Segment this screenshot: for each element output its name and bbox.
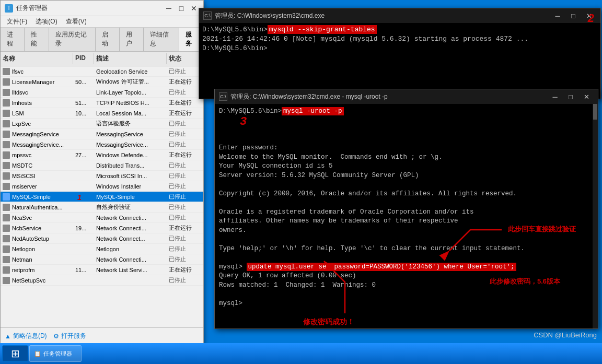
service-name-cell: lfsvc [1,66,73,76]
service-desc-cell: TCP/IP NetBIOS H... [94,98,167,108]
table-row[interactable]: LicenseManager 50... Windows 许可证管... 正在运… [1,77,203,87]
service-icon [3,214,10,221]
service-name-cell: lmhosts [1,98,73,108]
gear-icon: ⚙ [53,333,59,340]
service-pid-cell: 51... [73,98,94,108]
service-status-cell: 已停止 [167,160,203,170]
service-status-cell: 正在运行 [167,150,203,160]
brief-info-btn[interactable]: ▲ 简略信息(D) [5,332,47,340]
table-row[interactable]: MessagingService MessagingService 已停止 [1,129,203,139]
service-icon [3,78,10,86]
service-icon [3,204,10,211]
table-row[interactable]: netprofm 11... Network List Servi... 正在运… [1,265,203,275]
service-pid-cell [73,160,94,170]
table-row[interactable]: NcaSvc Network Connecti... 已停止 [1,213,203,223]
service-name-cell: LxpSvc [1,119,73,128]
tab-details[interactable]: 详细信息 [144,28,179,51]
cmd2-controls: ─ □ ✕ [548,91,594,102]
service-status-cell: 已停止 [167,275,203,285]
service-pid-cell [73,213,94,222]
service-name-cell: msiserver [1,181,73,191]
cmd2-mysql-prompt: mysql> [219,299,594,309]
service-pid-cell [73,254,94,264]
table-row[interactable]: Netlogon Netlogon 已停止 [1,244,203,254]
col-pid[interactable]: PID [73,53,94,64]
service-pid-cell [73,66,94,76]
service-icon [3,162,10,169]
menu-view[interactable]: 查看(V) [62,16,91,27]
table-row[interactable]: MSiSCSI Microsoft iSCSI In... 已停止 [1,171,203,181]
service-desc-cell: MessagingService... [94,139,167,149]
cmd1-maximize[interactable]: □ [566,10,581,21]
cmd2-minimize[interactable]: ─ [548,91,562,102]
cmd2-maximize[interactable]: □ [563,91,578,102]
table-row[interactable]: MessagingService... MessagingService... … [1,139,203,150]
cmd2-conn-id: Your MySQL connection id is 5 [219,162,594,171]
service-name-cell: MySQL-Simple [1,192,73,202]
taskmanager-icon: T [5,4,13,13]
tab-history[interactable]: 应用历史记录 [49,28,96,51]
service-icon [3,141,10,148]
service-desc-cell: Windows Defende... [94,150,167,160]
taskbar-taskmanager[interactable]: 📋 任务管理器 [29,345,82,362]
service-status-cell: 正在运行 [167,108,203,118]
cmd1-minimize[interactable]: ─ [550,10,565,21]
table-row[interactable]: NaturalAuthentica... 自然身份验证 已停止 [1,202,203,213]
service-status-cell: 已停止 [167,66,203,76]
service-desc-cell: MySQL-Simple [94,192,167,202]
table-header: 名称 PID 描述 状态 [1,52,203,66]
cmd1-line3: D:\MySQL5.6\bin> [202,44,597,53]
service-name-cell: MessagingService... [1,139,73,149]
table-row[interactable]: NcbService 19... Network Connecti... 正在运… [1,223,203,233]
tab-performance[interactable]: 性能 [25,28,49,51]
service-status-cell: 已停止 [167,213,203,222]
tab-startup[interactable]: 启动 [96,28,120,51]
services-list[interactable]: lfsvc Geolocation Service 已停止 LicenseMan… [1,66,203,327]
table-row[interactable]: lltdsvc Link-Layer Topolo... 已停止 [1,87,203,98]
cmd2-close[interactable]: ✕ [579,91,594,102]
service-icon [3,183,10,190]
cmd2-scroll-thumb[interactable] [593,104,597,120]
open-service-btn[interactable]: ⚙ 打开服务 [53,332,86,340]
table-row[interactable]: Netman Network Connecti... 已停止 [1,254,203,265]
table-row[interactable]: msiserver Windows Installer 已停止 [1,181,203,192]
service-icon [3,245,10,253]
table-row[interactable]: NetSetupSvc 已停止 [1,275,203,286]
col-desc[interactable]: 描述 [94,53,167,64]
service-status-cell: 已停止 [167,202,203,212]
table-row[interactable]: MySQL-Simple MySQL-Simple 已停止 [1,192,203,202]
table-row[interactable]: NcdAutoSetup Network Connect... 已停止 [1,233,203,244]
service-status-cell: 正在运行 [167,77,203,87]
col-name[interactable]: 名称 [1,53,73,64]
cmd2-blank1 [219,180,594,190]
table-row[interactable]: lfsvc Geolocation Service 已停止 [1,66,203,77]
start-button[interactable]: ⊞ [2,345,28,362]
cmd-window-1: C:\ 管理员: C:\Windows\system32\cmd.exe ─ □… [199,8,601,99]
cmd2-welcome: Welcome to the MySQL monitor. Commands e… [219,153,594,162]
csdn-watermark: CSDN @LiuBeiRong [534,331,597,339]
service-name-cell: Netlogon [1,244,73,254]
tab-process[interactable]: 进程 [1,28,25,51]
table-row[interactable]: LxpSvc 语言体验服务 已停止 [1,119,203,129]
cmd2-oracle1: Oracle is a registered trademark of Orac… [219,208,594,217]
menu-options[interactable]: 选项(O) [31,16,61,27]
menu-file[interactable]: 文件(F) [3,16,31,27]
table-row[interactable]: MSDTC Distributed Trans... 已停止 [1,160,203,171]
taskmanager-taskbar-icon: 📋 [34,350,41,357]
table-row[interactable]: mpssvc 27... Windows Defende... 正在运行 [1,150,203,160]
task-manager-window: T 任务管理器 ─ □ ✕ 文件(F) 选项(O) 查看(V) 进程 性能 应用… [0,0,204,345]
cmd2-scrollbar[interactable] [593,104,598,328]
close-button[interactable]: ✕ [189,3,199,14]
table-row[interactable]: lmhosts 51... TCP/IP NetBIOS H... 正在运行 [1,98,203,108]
maximize-button[interactable]: □ [176,3,187,14]
cmd2-line-prompt: D:\MySQL5.6\bin>mysql -uroot -p 3 [219,107,594,144]
service-desc-cell: Network Connecti... [94,213,167,222]
col-status[interactable]: 状态 [167,53,203,64]
service-icon [3,89,10,96]
cmd2-titlebar: C:\ 管理员: C:\Windows\system32\cmd.exe - m… [215,89,598,104]
table-row[interactable]: LSM 10... Local Session Ma... 正在运行 [1,108,203,119]
tab-users[interactable]: 用户 [120,28,144,51]
minimize-button[interactable]: ─ [164,3,174,14]
service-status-cell: 已停止 [167,192,203,202]
service-status-cell: 已停止 [167,244,203,254]
